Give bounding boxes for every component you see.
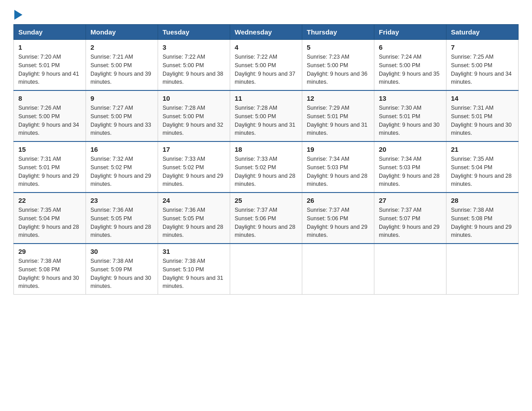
day-info: Sunrise: 7:33 AM Sunset: 5:02 PM Dayligh… — [235, 155, 297, 188]
day-number: 29 — [18, 248, 81, 255]
day-info: Sunrise: 7:26 AM Sunset: 5:00 PM Dayligh… — [18, 104, 81, 137]
day-info: Sunrise: 7:34 AM Sunset: 5:03 PM Dayligh… — [307, 155, 369, 188]
day-number: 3 — [163, 43, 225, 51]
day-info: Sunrise: 7:30 AM Sunset: 5:01 PM Dayligh… — [379, 104, 442, 137]
header-tuesday: Tuesday — [158, 25, 230, 40]
header-thursday: Thursday — [302, 25, 374, 40]
day-info: Sunrise: 7:22 AM Sunset: 5:00 PM Dayligh… — [235, 53, 297, 86]
day-number: 17 — [163, 146, 225, 153]
calendar-table: SundayMondayTuesdayWednesdayThursdayFrid… — [13, 24, 519, 295]
day-info: Sunrise: 7:38 AM Sunset: 5:09 PM Dayligh… — [90, 257, 153, 291]
calendar-week-row: 15 Sunrise: 7:31 AM Sunset: 5:01 PM Dayl… — [14, 141, 519, 193]
day-number: 23 — [90, 197, 153, 204]
day-info: Sunrise: 7:22 AM Sunset: 5:00 PM Dayligh… — [163, 53, 225, 86]
calendar-cell — [230, 244, 302, 295]
calendar-cell: 4 Sunrise: 7:22 AM Sunset: 5:00 PM Dayli… — [230, 40, 302, 91]
day-info: Sunrise: 7:36 AM Sunset: 5:05 PM Dayligh… — [90, 206, 153, 240]
header-saturday: Saturday — [446, 25, 519, 40]
day-number: 2 — [90, 43, 153, 51]
header-wednesday: Wednesday — [230, 25, 302, 40]
calendar-cell: 17 Sunrise: 7:33 AM Sunset: 5:02 PM Dayl… — [158, 141, 230, 193]
calendar-week-row: 29 Sunrise: 7:38 AM Sunset: 5:08 PM Dayl… — [14, 244, 519, 295]
day-number: 30 — [90, 248, 153, 255]
day-info: Sunrise: 7:36 AM Sunset: 5:05 PM Dayligh… — [163, 206, 225, 240]
calendar-cell: 24 Sunrise: 7:36 AM Sunset: 5:05 PM Dayl… — [158, 193, 230, 244]
day-info: Sunrise: 7:32 AM Sunset: 5:02 PM Dayligh… — [90, 155, 153, 188]
calendar-cell — [374, 244, 446, 295]
day-info: Sunrise: 7:37 AM Sunset: 5:07 PM Dayligh… — [379, 206, 442, 240]
day-number: 22 — [18, 197, 81, 204]
calendar-cell: 25 Sunrise: 7:37 AM Sunset: 5:06 PM Dayl… — [230, 193, 302, 244]
page-header — [13, 9, 519, 20]
calendar-cell: 16 Sunrise: 7:32 AM Sunset: 5:02 PM Dayl… — [86, 141, 158, 193]
calendar-cell: 7 Sunrise: 7:25 AM Sunset: 5:00 PM Dayli… — [446, 40, 519, 91]
calendar-cell: 23 Sunrise: 7:36 AM Sunset: 5:05 PM Dayl… — [86, 193, 158, 244]
calendar-cell: 15 Sunrise: 7:31 AM Sunset: 5:01 PM Dayl… — [14, 141, 86, 193]
calendar-cell: 3 Sunrise: 7:22 AM Sunset: 5:00 PM Dayli… — [158, 40, 230, 91]
day-number: 16 — [90, 146, 153, 153]
day-number: 1 — [18, 43, 81, 51]
calendar-cell — [446, 244, 519, 295]
day-number: 24 — [163, 197, 225, 204]
calendar-cell: 9 Sunrise: 7:27 AM Sunset: 5:00 PM Dayli… — [86, 90, 158, 141]
day-number: 19 — [307, 146, 369, 153]
logo — [13, 9, 22, 20]
day-info: Sunrise: 7:34 AM Sunset: 5:03 PM Dayligh… — [379, 155, 442, 188]
calendar-cell — [302, 244, 374, 295]
calendar-cell: 2 Sunrise: 7:21 AM Sunset: 5:00 PM Dayli… — [86, 40, 158, 91]
calendar-cell: 5 Sunrise: 7:23 AM Sunset: 5:00 PM Dayli… — [302, 40, 374, 91]
day-info: Sunrise: 7:37 AM Sunset: 5:06 PM Dayligh… — [307, 206, 369, 240]
calendar-cell: 18 Sunrise: 7:33 AM Sunset: 5:02 PM Dayl… — [230, 141, 302, 193]
day-number: 25 — [235, 197, 297, 204]
day-info: Sunrise: 7:27 AM Sunset: 5:00 PM Dayligh… — [90, 104, 153, 137]
calendar-header-row: SundayMondayTuesdayWednesdayThursdayFrid… — [14, 25, 519, 40]
day-number: 20 — [379, 146, 442, 153]
day-info: Sunrise: 7:33 AM Sunset: 5:02 PM Dayligh… — [163, 155, 225, 188]
day-number: 31 — [163, 248, 225, 255]
calendar-cell: 11 Sunrise: 7:28 AM Sunset: 5:00 PM Dayl… — [230, 90, 302, 141]
day-number: 12 — [307, 94, 369, 102]
calendar-cell: 31 Sunrise: 7:38 AM Sunset: 5:10 PM Dayl… — [158, 244, 230, 295]
day-number: 4 — [235, 43, 297, 51]
calendar-cell: 20 Sunrise: 7:34 AM Sunset: 5:03 PM Dayl… — [374, 141, 446, 193]
calendar-cell: 29 Sunrise: 7:38 AM Sunset: 5:08 PM Dayl… — [14, 244, 86, 295]
calendar-cell: 10 Sunrise: 7:28 AM Sunset: 5:00 PM Dayl… — [158, 90, 230, 141]
calendar-cell: 21 Sunrise: 7:35 AM Sunset: 5:04 PM Dayl… — [446, 141, 519, 193]
day-number: 11 — [235, 94, 297, 102]
calendar-cell: 13 Sunrise: 7:30 AM Sunset: 5:01 PM Dayl… — [374, 90, 446, 141]
calendar-cell: 26 Sunrise: 7:37 AM Sunset: 5:06 PM Dayl… — [302, 193, 374, 244]
day-info: Sunrise: 7:20 AM Sunset: 5:01 PM Dayligh… — [18, 53, 81, 86]
calendar-cell: 22 Sunrise: 7:35 AM Sunset: 5:04 PM Dayl… — [14, 193, 86, 244]
day-number: 28 — [451, 197, 514, 204]
calendar-cell: 14 Sunrise: 7:31 AM Sunset: 5:01 PM Dayl… — [446, 90, 519, 141]
calendar-week-row: 1 Sunrise: 7:20 AM Sunset: 5:01 PM Dayli… — [14, 40, 519, 91]
calendar-cell: 28 Sunrise: 7:38 AM Sunset: 5:08 PM Dayl… — [446, 193, 519, 244]
day-info: Sunrise: 7:21 AM Sunset: 5:00 PM Dayligh… — [90, 53, 153, 86]
calendar-cell: 27 Sunrise: 7:37 AM Sunset: 5:07 PM Dayl… — [374, 193, 446, 244]
header-monday: Monday — [86, 25, 158, 40]
calendar-cell: 8 Sunrise: 7:26 AM Sunset: 5:00 PM Dayli… — [14, 90, 86, 141]
calendar-cell: 1 Sunrise: 7:20 AM Sunset: 5:01 PM Dayli… — [14, 40, 86, 91]
svg-marker-0 — [14, 10, 22, 20]
day-number: 9 — [90, 94, 153, 102]
header-friday: Friday — [374, 25, 446, 40]
day-info: Sunrise: 7:37 AM Sunset: 5:06 PM Dayligh… — [235, 206, 297, 240]
day-number: 18 — [235, 146, 297, 153]
day-number: 21 — [451, 146, 514, 153]
day-number: 15 — [18, 146, 81, 153]
day-info: Sunrise: 7:29 AM Sunset: 5:01 PM Dayligh… — [307, 104, 369, 137]
day-info: Sunrise: 7:28 AM Sunset: 5:00 PM Dayligh… — [235, 104, 297, 137]
day-info: Sunrise: 7:23 AM Sunset: 5:00 PM Dayligh… — [307, 53, 369, 86]
calendar-cell: 12 Sunrise: 7:29 AM Sunset: 5:01 PM Dayl… — [302, 90, 374, 141]
day-number: 7 — [451, 43, 514, 51]
day-number: 27 — [379, 197, 442, 204]
day-number: 8 — [18, 94, 81, 102]
day-info: Sunrise: 7:38 AM Sunset: 5:08 PM Dayligh… — [18, 257, 81, 291]
day-number: 13 — [379, 94, 442, 102]
calendar-cell: 30 Sunrise: 7:38 AM Sunset: 5:09 PM Dayl… — [86, 244, 158, 295]
day-number: 5 — [307, 43, 369, 51]
header-sunday: Sunday — [14, 25, 86, 40]
day-info: Sunrise: 7:31 AM Sunset: 5:01 PM Dayligh… — [18, 155, 81, 188]
calendar-week-row: 8 Sunrise: 7:26 AM Sunset: 5:00 PM Dayli… — [14, 90, 519, 141]
day-number: 10 — [163, 94, 225, 102]
